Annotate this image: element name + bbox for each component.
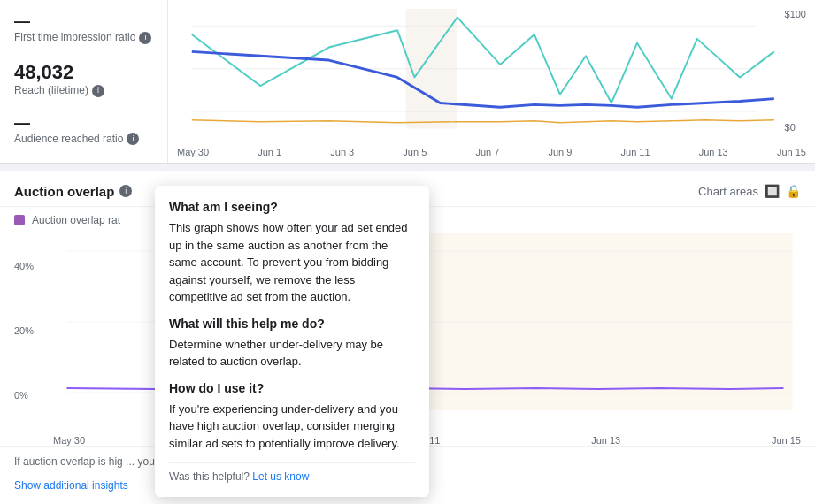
metric-reach: 48,032 Reach (lifetime) i [14,61,153,98]
chart-areas-button[interactable]: Chart areas 🔲 🔒 [698,183,801,199]
tooltip-overlay: What am I seeing? This graph shows how o… [155,186,429,497]
metric-dash-3: — [14,114,153,133]
show-additional-insights-link[interactable]: Show additional insights [14,479,128,492]
info-icon-1[interactable]: i [139,32,151,44]
metric-first-impression: — First time impression ratio i [14,12,153,45]
metric-label-1: First time impression ratio i [14,31,153,45]
metrics-panel: — First time impression ratio i 48,032 R… [0,0,168,163]
chart-area-icon-2: 🔒 [785,183,801,199]
y-labels-top: $100 $0 [785,9,806,133]
tooltip-heading-3: How do I use it? [169,381,415,395]
info-icon-2[interactable]: i [92,85,104,97]
auction-info-icon[interactable]: i [119,185,132,197]
chart-areas-label: Chart areas [698,185,758,198]
metric-label-reach: Reach (lifetime) i [14,84,153,98]
tooltip-text-3: If you're experiencing under-delivery an… [169,401,415,453]
footer-text-ellipsis: ... [126,455,135,468]
section-title: Auction overlap [14,184,114,199]
footer-text-start: If auction overlap is hig [14,455,123,468]
top-section: — First time impression ratio i 48,032 R… [0,0,815,164]
metric-value-reach: 48,032 [14,61,153,84]
tooltip-footer: Was this helpful? Let us know [169,462,415,483]
x-labels-top: May 30 Jun 1 Jun 3 Jun 5 Jun 7 Jun 9 Jun… [177,145,806,157]
metric-dash-1: — [14,12,153,31]
legend-label: Auction overlap rat [32,214,120,226]
tooltip-text-1: This graph shows how often your ad set e… [169,219,415,306]
top-chart-area: May 30 Jun 1 Jun 3 Jun 5 Jun 7 Jun 9 Jun… [168,0,815,163]
pct-labels: 40% 20% 0% [14,233,34,428]
chart-area-icon-1: 🔲 [764,183,780,199]
metric-label-audience: Audience reached ratio i [14,133,153,147]
tooltip-let-us-know-link[interactable]: Let us know [252,470,309,483]
top-chart-svg [177,9,806,141]
info-icon-3[interactable]: i [127,133,139,145]
tooltip-heading-1: What am I seeing? [169,200,415,214]
tooltip-footer-text: Was this helpful? [169,470,250,483]
metric-audience: — Audience reached ratio i [14,114,153,147]
legend-dot [14,215,25,225]
tooltip-text-2: Determine whether under-delivery may be … [169,336,415,370]
tooltip-heading-2: What will this help me do? [169,317,415,331]
